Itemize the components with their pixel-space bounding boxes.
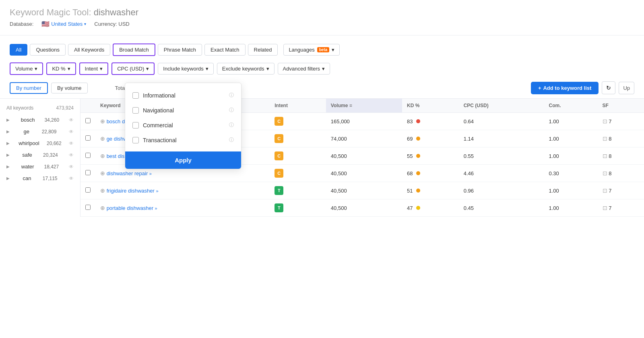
tab-questions[interactable]: Questions (30, 44, 66, 56)
intent-label: Intent (85, 66, 98, 72)
eye-icon[interactable]: 👁 (69, 176, 74, 181)
intent-transactional-option[interactable]: Transactional ⓘ (125, 133, 241, 147)
thumbnail-icon: ⊡ (603, 205, 607, 211)
page-wrapper: Keyword Magic Tool: dishwasher Database:… (0, 0, 644, 338)
add-to-keyword-list-button[interactable]: + Add to keyword list (531, 82, 599, 94)
add-circle-icon[interactable]: ⊕ (100, 170, 105, 176)
kd-dot (416, 119, 420, 123)
keyword-link[interactable]: dishwasher repair (107, 170, 148, 176)
intent-informational-option[interactable]: Informational ⓘ (125, 88, 241, 103)
exclude-keywords-filter[interactable]: Exclude keywords ▾ (217, 63, 275, 75)
row-checkbox-cell (80, 130, 95, 147)
db-selector[interactable]: 🇺🇸 United States ▾ (41, 20, 86, 28)
sidebar-item-label: water (21, 164, 34, 170)
eye-icon[interactable]: 👁 (69, 129, 74, 135)
sidebar-item-can[interactable]: ▶ can 17,115 👁 (0, 172, 80, 184)
row-volume-cell: 74,000 (326, 130, 402, 147)
navigational-label: Navigational (143, 107, 174, 114)
intent-commercial-option[interactable]: Commercial ⓘ (125, 118, 241, 133)
currency-label: Currency: USD (94, 21, 129, 27)
add-circle-icon[interactable]: ⊕ (100, 153, 105, 159)
kd-dot (416, 171, 420, 175)
kd-label: KD % (52, 66, 65, 72)
kd-filter[interactable]: KD % ▾ (46, 62, 76, 75)
thumbnail-icon: ⊡ (603, 153, 607, 159)
by-volume-button[interactable]: By volume (51, 83, 88, 93)
tab-all-keywords[interactable]: All Keywords (68, 44, 110, 56)
sidebar-arrow-icon: ▶ (6, 141, 10, 145)
tab-phrase-match[interactable]: Phrase Match (158, 44, 202, 56)
row-cpc-cell: 0.64 (459, 113, 544, 130)
eye-icon[interactable]: 👁 (69, 141, 74, 146)
navigational-checkbox[interactable] (132, 107, 139, 114)
add-circle-icon[interactable]: ⊕ (100, 205, 105, 211)
row-kd-cell: 51 (402, 182, 459, 199)
eye-icon[interactable]: 👁 (69, 152, 74, 158)
row-checkbox[interactable] (85, 118, 91, 123)
us-flag-icon: 🇺🇸 (41, 20, 50, 28)
table-row: ⊕ portable dishwasher » T 40,500 47 0.45… (80, 199, 644, 217)
tab-exact-match[interactable]: Exact Match (204, 44, 246, 56)
commercial-checkbox[interactable] (132, 122, 139, 129)
chevron-down-icon: ▾ (266, 66, 269, 72)
info-icon[interactable]: ⓘ (229, 137, 234, 143)
table-row: ⊕ frigidaire dishwasher » T 40,500 51 0.… (80, 182, 644, 199)
sidebar-item-whirlpool[interactable]: ▶ whirlpool 20,662 👁 (0, 137, 80, 149)
apply-button[interactable]: Apply (125, 151, 241, 169)
eye-icon[interactable]: 👁 (69, 164, 74, 170)
transactional-checkbox[interactable] (132, 137, 139, 143)
sidebar-item-label: bosch (21, 117, 35, 123)
volume-filter[interactable]: Volume ▾ (10, 62, 43, 75)
by-number-button[interactable]: By number (10, 82, 48, 94)
row-volume-cell: 165,000 (326, 113, 402, 130)
intent-dropdown: Informational ⓘ Navigational ⓘ Commercia… (125, 83, 242, 169)
informational-checkbox[interactable] (132, 92, 139, 99)
chevron-down-icon: ▾ (84, 22, 86, 26)
info-icon[interactable]: ⓘ (229, 107, 234, 114)
sidebar-item-safe[interactable]: ▶ safe 20,324 👁 (0, 149, 80, 161)
keyword-link[interactable]: portable dishwasher (107, 205, 153, 211)
sidebar-item-ge[interactable]: ▶ ge 22,809 👁 (0, 126, 80, 137)
row-checkbox[interactable] (85, 187, 91, 193)
add-circle-icon[interactable]: ⊕ (100, 135, 105, 142)
intent-navigational-option[interactable]: Navigational ⓘ (125, 103, 241, 118)
cpc-filter[interactable]: CPC (USD) ▾ (111, 62, 155, 75)
row-checkbox[interactable] (85, 205, 91, 210)
row-kd-cell: 47 (402, 199, 459, 217)
tab-all[interactable]: All (10, 44, 27, 56)
up-button[interactable]: Up (619, 82, 634, 94)
info-icon[interactable]: ⓘ (229, 122, 234, 129)
transactional-label: Transactional (143, 137, 177, 143)
eye-icon[interactable]: 👁 (69, 117, 74, 123)
row-volume-cell: 40,500 (326, 182, 402, 199)
advanced-filters-button[interactable]: Advanced filters ▾ (278, 63, 330, 75)
sidebar-arrow-icon: ▶ (6, 118, 10, 122)
sidebar-item-water[interactable]: ▶ water 18,427 👁 (0, 161, 80, 172)
row-intent-cell: C (270, 130, 326, 147)
chevron-down-icon: ▾ (68, 66, 70, 72)
row-checkbox[interactable] (85, 170, 91, 175)
row-checkbox[interactable] (85, 135, 91, 141)
col-cpc: CPC (USD) (459, 99, 544, 113)
tab-broad-match[interactable]: Broad Match (113, 44, 155, 56)
row-cpc-cell: 1.14 (459, 130, 544, 147)
commercial-label: Commercial (143, 122, 173, 129)
refresh-button[interactable]: ↻ (602, 81, 615, 94)
row-kd-cell: 68 (402, 165, 459, 182)
keyword-link[interactable]: frigidaire dishwasher (107, 188, 155, 194)
row-checkbox[interactable] (85, 153, 91, 158)
double-arrow-icon: » (156, 189, 158, 193)
info-icon[interactable]: ⓘ (229, 92, 234, 99)
row-kd-cell: 83 (402, 113, 459, 130)
add-circle-icon[interactable]: ⊕ (100, 187, 105, 194)
intent-filter[interactable]: Intent ▾ (79, 62, 109, 75)
beta-badge: beta (317, 47, 330, 52)
row-volume-cell: 40,500 (326, 199, 402, 217)
tab-related[interactable]: Related (248, 44, 278, 56)
row-com-cell: 0.30 (544, 165, 598, 182)
sidebar-item-bosch[interactable]: ▶ bosch 34,260 👁 (0, 114, 80, 126)
add-circle-icon[interactable]: ⊕ (100, 118, 105, 124)
row-cpc-cell: 4.46 (459, 165, 544, 182)
languages-button[interactable]: Languages beta ▾ (283, 44, 340, 56)
include-keywords-filter[interactable]: Include keywords ▾ (158, 63, 213, 75)
